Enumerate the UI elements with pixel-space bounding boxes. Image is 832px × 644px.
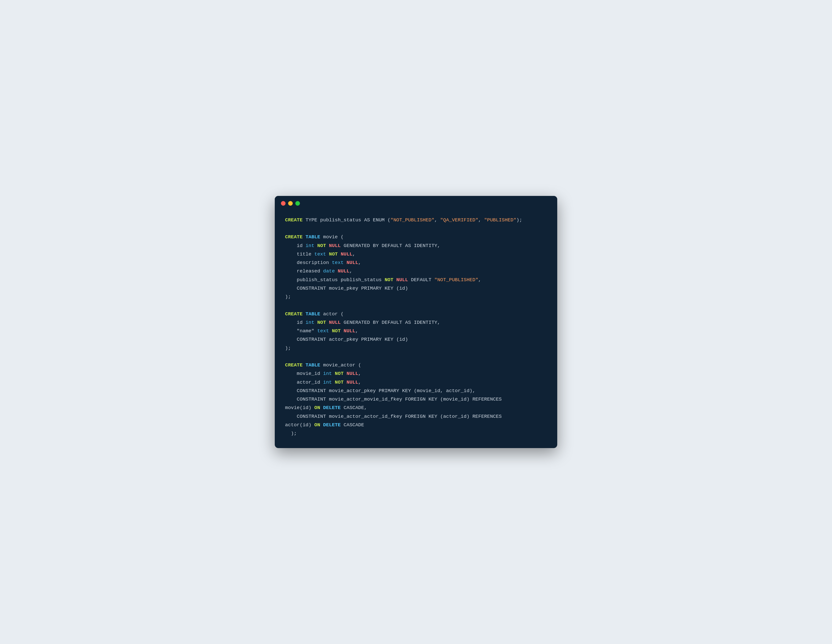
titlebar <box>275 196 557 208</box>
code-line: "name" text NOT NULL, <box>285 327 547 336</box>
code-line: released date NULL, <box>285 267 547 275</box>
code-line: description text NULL, <box>285 259 547 267</box>
code-line: actor_id int NOT NULL, <box>285 378 547 387</box>
code-line: CREATE TABLE movie_actor ( <box>285 361 547 369</box>
dot-yellow[interactable] <box>288 201 293 206</box>
code-line: id int NOT NULL GENERATED BY DEFAULT AS … <box>285 318 547 327</box>
code-line: actor(id) ON DELETE CASCADE <box>285 421 547 429</box>
code-line: CREATE TABLE movie ( <box>285 233 547 241</box>
code-line: CONSTRAINT movie_actor_actor_id_fkey FOR… <box>285 412 547 421</box>
code-window: CREATE TYPE publish_status AS ENUM ("NOT… <box>275 196 557 448</box>
code-line: ); <box>285 293 547 301</box>
code-line: id int NOT NULL GENERATED BY DEFAULT AS … <box>285 241 547 250</box>
code-line: ); <box>285 429 547 438</box>
code-line: movie(id) ON DELETE CASCADE, <box>285 404 547 412</box>
code-line: CONSTRAINT movie_pkey PRIMARY KEY (id) <box>285 284 547 293</box>
code-line: CONSTRAINT movie_actor_pkey PRIMARY KEY … <box>285 387 547 395</box>
code-line: ); <box>285 344 547 353</box>
code-line: title text NOT NULL, <box>285 250 547 259</box>
code-line: CREATE TABLE actor ( <box>285 310 547 318</box>
dot-green[interactable] <box>295 201 300 206</box>
dot-red[interactable] <box>281 201 286 206</box>
code-line: publish_status publish_status NOT NULL D… <box>285 276 547 284</box>
code-line: CONSTRAINT actor_pkey PRIMARY KEY (id) <box>285 336 547 344</box>
code-line: CONSTRAINT movie_actor_movie_id_fkey FOR… <box>285 395 547 404</box>
code-line: CREATE TYPE publish_status AS ENUM ("NOT… <box>285 216 547 224</box>
code-content: CREATE TYPE publish_status AS ENUM ("NOT… <box>275 208 557 448</box>
code-line: movie_id int NOT NULL, <box>285 369 547 378</box>
